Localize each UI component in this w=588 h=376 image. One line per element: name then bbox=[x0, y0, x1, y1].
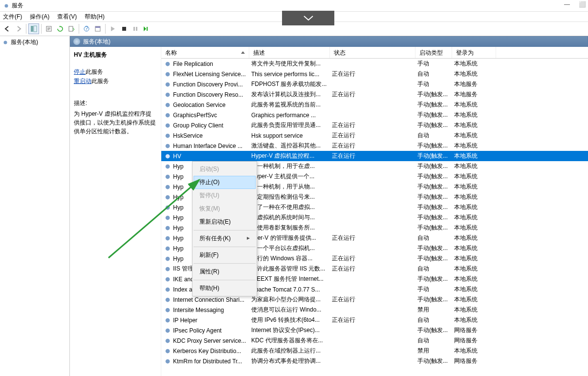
column-header-name[interactable]: 名称 bbox=[161, 47, 249, 58]
cell-logon: 本地系统 bbox=[454, 285, 498, 293]
column-header-startup[interactable]: 启动类型 bbox=[415, 47, 452, 58]
cell-name: Intersite Messaging bbox=[173, 307, 251, 313]
pause-service-button[interactable] bbox=[130, 23, 141, 34]
navigation-tree[interactable]: 服务(本地) bbox=[0, 36, 70, 376]
service-row[interactable]: IPsec Policy AgentInternet 协议安全(IPsec)..… bbox=[161, 325, 588, 335]
menu-help[interactable]: 帮助(H) bbox=[85, 13, 105, 21]
ctx-refresh[interactable]: 刷新(F) bbox=[194, 249, 256, 262]
export-list-button[interactable] bbox=[66, 23, 77, 34]
cell-startup: 手动(触发... bbox=[417, 152, 454, 160]
service-row[interactable]: File Replication将文件夹与使用文件复制...手动本地系统 bbox=[161, 59, 588, 69]
svg-point-149 bbox=[167, 289, 169, 291]
cell-name: HskService bbox=[173, 132, 251, 139]
title-bar: 服务 bbox=[0, 0, 588, 12]
svg-point-41 bbox=[167, 104, 169, 106]
cell-logon: 本地系统 bbox=[454, 234, 498, 242]
forward-button[interactable] bbox=[13, 23, 24, 34]
properties-button[interactable] bbox=[92, 23, 103, 34]
service-row[interactable]: IP Helper使用 IPv6 转换技术(6to4...正在运行自动本地系统 bbox=[161, 315, 588, 325]
cell-startup: 手动(触发... bbox=[417, 90, 454, 99]
column-header-status[interactable]: 状态 bbox=[330, 47, 415, 58]
cell-description: 此服务负责应用管理员通... bbox=[251, 121, 332, 129]
cell-name: Internet Connection Shari... bbox=[173, 296, 251, 303]
cell-logon: 本地系统 bbox=[454, 70, 498, 78]
cell-name: Kerberos Key Distributio... bbox=[173, 348, 251, 355]
start-service-button[interactable] bbox=[108, 23, 118, 34]
cell-logon: 网络服务 bbox=[454, 336, 498, 345]
menu-file[interactable]: 文件(F) bbox=[3, 13, 22, 21]
svg-point-17 bbox=[167, 63, 169, 65]
gear-icon bbox=[2, 39, 9, 46]
show-hide-tree-button[interactable] bbox=[28, 23, 39, 34]
export-button[interactable] bbox=[44, 23, 54, 34]
minimize-button[interactable]: — bbox=[564, 1, 570, 8]
ctx-stop[interactable]: 停止(O) bbox=[194, 176, 256, 189]
gear-icon bbox=[164, 214, 171, 221]
ctx-pause: 暂停(U) bbox=[194, 189, 256, 202]
cell-name: File Replication bbox=[173, 61, 251, 67]
service-row[interactable]: Kerberos Key Distributio...此服务在域控制器上运行..… bbox=[161, 346, 588, 356]
restart-service-button[interactable] bbox=[141, 23, 152, 34]
cell-startup: 自动 bbox=[417, 70, 454, 78]
cell-logon: 本地系统 bbox=[454, 306, 498, 314]
ctx-restart[interactable]: 重新启动(E) bbox=[194, 215, 256, 229]
stop-service-link[interactable]: 停止 bbox=[74, 68, 86, 75]
service-row[interactable]: HV Hyper-V 虚拟机监控程...正在运行手动(触发...本地系统 bbox=[161, 151, 588, 161]
cell-status: 正在运行 bbox=[332, 152, 417, 160]
cell-startup: 手动(触发... bbox=[417, 254, 454, 263]
maximize-button[interactable]: ⬜ bbox=[579, 1, 586, 8]
svg-rect-10 bbox=[122, 27, 126, 31]
svg-rect-2 bbox=[31, 26, 33, 32]
gear-icon bbox=[164, 235, 171, 242]
menu-action[interactable]: 操作(A) bbox=[30, 13, 49, 21]
ctx-all-tasks[interactable]: 所有任务(K) bbox=[194, 232, 256, 245]
help-button[interactable]: ? bbox=[81, 23, 92, 34]
menu-view[interactable]: 查看(V) bbox=[57, 13, 77, 21]
svg-point-53 bbox=[167, 125, 169, 126]
stop-service-button[interactable] bbox=[119, 23, 130, 34]
gear-icon bbox=[164, 225, 171, 231]
cell-logon: 本地系统 bbox=[454, 213, 498, 222]
cell-startup: 自动 bbox=[417, 234, 454, 242]
cell-logon: 本地服务 bbox=[454, 90, 498, 99]
service-row[interactable]: HskServiceHsk support service正在运行自动本地系统 bbox=[161, 130, 588, 141]
back-button[interactable] bbox=[2, 23, 13, 34]
service-row[interactable]: KtmRm for Distributed Tr...协调分布式事务处理协调..… bbox=[161, 356, 588, 366]
cell-logon: 本地系统 bbox=[454, 193, 498, 201]
ctx-properties[interactable]: 属性(R) bbox=[194, 265, 256, 278]
service-row[interactable]: KDC Proxy Server service...KDC 代理服务器服务将在… bbox=[161, 335, 588, 346]
refresh-button[interactable] bbox=[55, 23, 65, 34]
svg-point-83 bbox=[167, 176, 169, 178]
service-row[interactable]: Human Interface Device ...激活键盘、遥控器和其他...… bbox=[161, 141, 588, 151]
tree-root-services-local[interactable]: 服务(本地) bbox=[0, 37, 69, 47]
cell-name: HV bbox=[173, 153, 251, 160]
service-row[interactable]: Function Discovery Reso...发布该计算机以及连接到...… bbox=[161, 89, 588, 100]
svg-rect-13 bbox=[147, 27, 148, 31]
column-header-logon[interactable]: 登录为 bbox=[452, 47, 496, 58]
cell-description: 允许此服务器管理 IIS 元数... bbox=[251, 265, 332, 273]
cell-description: 供了一种在不使用虚拟... bbox=[251, 203, 332, 211]
cell-description: Hyper-V 主机提供一个... bbox=[251, 172, 332, 181]
cell-description: yper-V 的管理服务提供... bbox=[251, 234, 332, 242]
service-row[interactable]: GraphicsPerfSvcGraphics performance ...手… bbox=[161, 110, 588, 120]
service-row[interactable]: Geolocation Service此服务将监视系统的当前...手动(触发..… bbox=[161, 100, 588, 110]
restart-service-link[interactable]: 重启动 bbox=[74, 78, 91, 84]
ctx-help[interactable]: 帮助(H) bbox=[194, 282, 256, 295]
service-row[interactable]: FlexNet Licensing Service...This service… bbox=[161, 69, 588, 79]
cell-logon: 网络服务 bbox=[454, 326, 498, 334]
cell-status: 正在运行 bbox=[332, 234, 417, 242]
service-row[interactable]: Intersite Messaging使消息可以在运行 Windo...禁用本地… bbox=[161, 305, 588, 315]
gear-icon bbox=[164, 143, 171, 149]
cell-description: KDC 代理服务器服务将在... bbox=[251, 336, 332, 345]
top-dropdown-chevron[interactable] bbox=[282, 11, 334, 25]
service-row[interactable]: Function Discovery Provi...FDPHOST 服务承载功… bbox=[161, 79, 588, 89]
gear-icon bbox=[164, 173, 171, 180]
svg-point-29 bbox=[167, 84, 169, 85]
cell-name: IPsec Policy Agent bbox=[173, 327, 251, 334]
cell-startup: 自动 bbox=[417, 336, 454, 345]
svg-rect-5 bbox=[69, 26, 73, 31]
svg-point-71 bbox=[167, 155, 169, 157]
cell-description: 为家庭和小型办公网络提... bbox=[251, 295, 332, 304]
service-row[interactable]: Group Policy Client此服务负责应用管理员通...正在运行手动(… bbox=[161, 120, 588, 130]
column-header-description[interactable]: 描述 bbox=[249, 47, 330, 58]
